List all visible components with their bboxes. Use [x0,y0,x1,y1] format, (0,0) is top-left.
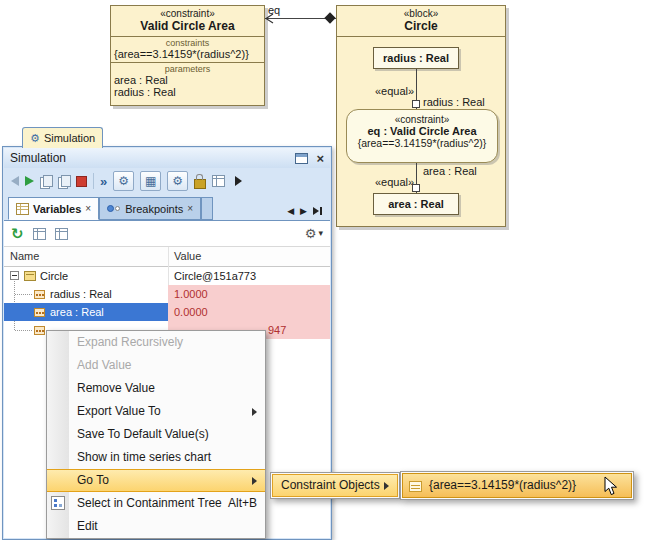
sim-window-title: Simulation [10,151,66,165]
menu-item-label: Go To [77,473,109,487]
row-name: Circle [40,267,68,285]
menu-item-export-value-to[interactable]: Export Value To [47,400,265,423]
constraint-expression: {area==3.14159*(radius^2)} [111,48,264,60]
toolbar-separator [93,173,94,189]
caret-down-icon: ▾ [318,229,323,238]
auto-start-button[interactable]: ⚙ [167,171,188,191]
ui-layout-button[interactable]: ▦ [140,171,161,191]
constraint-param-radius-label: radius : Real [423,96,485,108]
equal-stereotype-top: «equal» [375,85,414,97]
value-property-icon [34,308,45,317]
stereotype-label: «constraint» [347,114,497,125]
row-value[interactable]: 1.0000 [168,285,330,303]
tab-variables[interactable]: Variables × [8,197,99,220]
stereotype-label: «constraint» [113,8,262,19]
import-values-icon[interactable] [55,228,68,240]
menu-item-edit[interactable]: Edit [47,515,265,538]
submenu-arrow-icon [252,408,257,416]
row-value[interactable]: 0.0000 [168,303,330,321]
tab-label: Breakpoints [125,203,183,215]
scroll-tabs-left-icon[interactable]: ◀ [287,206,294,216]
run-icon[interactable] [25,176,34,186]
step-over-icon[interactable] [58,175,70,188]
close-tab-icon[interactable]: × [187,204,193,214]
row-value[interactable]: Circle@151a773 [168,267,330,285]
column-header-value[interactable]: Value [174,250,201,262]
menu-item-constraint-object[interactable]: {area==3.14159*(radius^2)} [402,473,632,498]
block-header: «block» Circle [337,6,505,37]
constraint-block-header: «constraint» Valid Circle Area [111,6,264,37]
table-row-circle[interactable]: Circle Circle@151a773 [4,267,330,285]
float-window-icon[interactable] [295,153,308,164]
block-circle[interactable]: «block» Circle radius : Real «equal» rad… [336,5,506,227]
variables-toolbar: ↻ ⚙ ▾ [4,221,330,247]
submenu-arrow-icon [252,477,257,485]
constraint-block-valid-circle-area[interactable]: «constraint» Valid Circle Area constrain… [110,5,265,106]
eq-connector-diamond-icon [324,12,335,23]
binding-square-icon [412,184,420,192]
shortcut-label: Alt+B [228,492,257,515]
constraints-compartment: constraints {area==3.14159*(radius^2)} [111,37,264,63]
sim-title-bar[interactable]: Simulation × [4,148,330,168]
tab-breakpoints[interactable]: Breakpoints × [99,197,201,220]
parameter-radius: radius : Real [111,86,264,98]
containment-tree-icon [51,496,65,510]
block-instance-icon [24,271,36,281]
menu-item-label: Constraint Objects [281,478,380,492]
constraint-objects-submenu: {area==3.14159*(radius^2)} [400,471,634,500]
gear-icon: ⚙ [30,133,40,144]
export-values-icon[interactable] [33,228,46,240]
constraint-object-icon [409,481,422,492]
terminate-icon[interactable] [76,176,87,187]
close-tab-icon[interactable]: × [85,204,91,214]
panel-options-button[interactable]: ⚙ ▾ [305,227,323,240]
stereotype-label: «block» [339,8,503,19]
lock-icon[interactable] [194,179,206,189]
constraint-property-expression: {area==3.14159*(radius^2)} [347,137,497,149]
sim-dock-tab[interactable]: ⚙ Simulation [22,127,103,148]
grid-icon: ▦ [145,174,156,188]
parameters-compartment: parameters area : Real radius : Real [111,63,264,98]
menu-item-select-in-containment-tree[interactable]: Select in Containment Tree Alt+B [47,492,265,515]
mouse-cursor-icon [604,476,618,496]
close-icon[interactable]: × [316,152,324,165]
collapse-icon[interactable] [10,271,19,280]
step-into-icon[interactable] [40,175,52,188]
constraint-block-name: Valid Circle Area [113,19,262,33]
tab-partial[interactable] [201,197,213,220]
equal-stereotype-bottom: «equal» [375,176,414,188]
step-back-icon[interactable] [11,176,19,186]
refresh-icon[interactable]: ↻ [11,226,24,241]
tab-label: Variables [33,203,81,215]
menu-item-go-to[interactable]: Go To [47,469,265,492]
toolbar-expand-icon[interactable] [235,176,242,186]
menu-item-remove-value[interactable]: Remove Value [47,377,265,400]
sim-tab-strip: Variables × Breakpoints × ◀ ▶ [4,194,330,220]
constraints-compartment-label: constraints [111,37,264,48]
table-row-area-selected[interactable]: area : Real 0.0000 [4,303,330,321]
part-area[interactable]: area : Real [373,193,459,215]
block-name: Circle [339,19,503,33]
gear-icon: ⚙ [305,227,317,240]
constraint-property-name: eq : Valid Circle Area [347,125,497,137]
part-radius[interactable]: radius : Real [373,47,459,69]
menu-item-time-series-chart[interactable]: Show in time series chart [47,446,265,469]
simulation-options-button[interactable]: ⚙ [113,171,134,191]
scroll-tabs-right-icon[interactable]: ▶ [300,206,307,216]
column-header-name[interactable]: Name [10,250,39,262]
row-name: area : Real [50,303,104,321]
table-row-radius[interactable]: radius : Real 1.0000 [4,285,330,303]
last-tab-icon[interactable] [313,206,324,216]
parameters-compartment-label: parameters [111,63,264,74]
submenu-arrow-icon [384,482,389,490]
parameter-area: area : Real [111,74,264,86]
menu-item-constraint-objects[interactable]: Constraint Objects [272,474,398,497]
toolbar-overflow-icon[interactable]: » [100,175,107,188]
screenshot-root: «constraint» Valid Circle Area constrain… [0,0,648,540]
constraint-property-eq[interactable]: «constraint» eq : Valid Circle Area {are… [346,109,498,163]
export-log-icon[interactable] [212,175,225,187]
menu-item-save-to-default[interactable]: Save To Default Value(s) [47,423,265,446]
row-name: radius : Real [50,285,112,303]
eq-connector-arrow-icon [265,13,274,24]
value-property-icon [34,290,45,299]
